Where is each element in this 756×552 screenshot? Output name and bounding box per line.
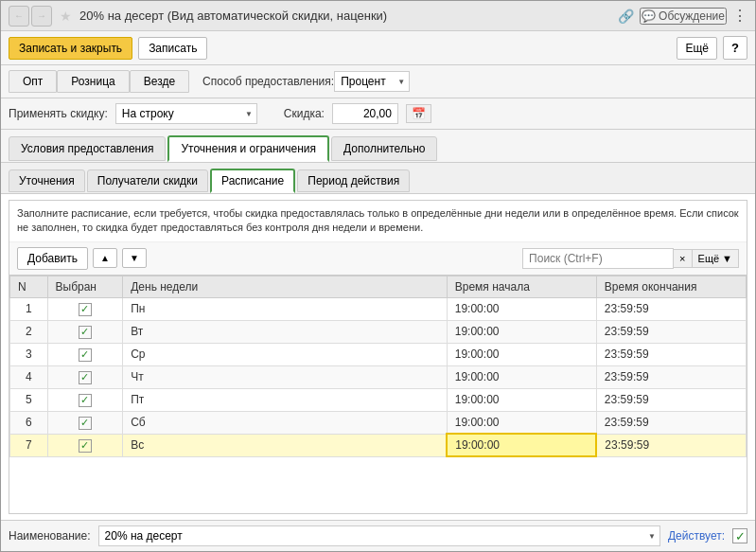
calendar-icon[interactable]: 📅: [406, 104, 431, 123]
search-box: × Ещё ▼: [522, 248, 739, 269]
table-row[interactable]: 5 ✓ Пт 19:00:00 23:59:59: [10, 388, 747, 411]
cell-n: 2: [10, 320, 48, 343]
up-button[interactable]: ▲: [93, 248, 117, 268]
row-checkbox[interactable]: ✓: [79, 348, 92, 362]
schedule-table: N Выбран День недели Время начала Время …: [9, 276, 747, 458]
schedule-content: Заполните расписание, если требуется, чт…: [9, 200, 747, 514]
skidka-input[interactable]: [332, 103, 398, 124]
sub-tabs-row: Уточнения Получатели скидки Расписание П…: [1, 163, 755, 194]
discount-row: Применять скидку: На строку Скидка: 📅: [1, 98, 755, 130]
add-button[interactable]: Добавить: [17, 247, 88, 270]
schedule-toolbar: Добавить ▲ ▼ × Ещё ▼: [9, 242, 747, 276]
row-checkbox[interactable]: ✓: [79, 417, 92, 430]
bottom-bar: Наименование: Действует: ✓: [1, 520, 755, 551]
apply-select[interactable]: На строку: [115, 103, 257, 124]
sub-tab-refinements[interactable]: Уточнения: [9, 169, 85, 192]
skidka-label: Скидка:: [284, 107, 325, 120]
sub-tab-recipients[interactable]: Получатели скидки: [87, 169, 208, 192]
cell-start[interactable]: 19:00:00: [447, 434, 596, 456]
cell-checked[interactable]: ✓: [47, 343, 123, 365]
cell-start[interactable]: 19:00:00: [447, 365, 596, 388]
row-checkbox[interactable]: ✓: [79, 394, 92, 407]
way-select[interactable]: Процент: [334, 71, 410, 92]
cell-n: 6: [10, 411, 48, 434]
cell-start[interactable]: 19:00:00: [447, 343, 596, 365]
cell-checked[interactable]: ✓: [47, 388, 123, 411]
row-checkbox[interactable]: ✓: [79, 303, 92, 316]
search-clear-button[interactable]: ×: [674, 249, 692, 268]
cell-end[interactable]: 23:59:59: [596, 320, 746, 343]
cell-n: 5: [10, 388, 48, 411]
sub-tab-period[interactable]: Период действия: [297, 169, 410, 192]
more-button[interactable]: Ещё: [677, 37, 717, 60]
cell-end[interactable]: 23:59:59: [596, 411, 746, 434]
cell-n: 3: [10, 343, 48, 365]
info-text: Заполните расписание, если требуется, чт…: [9, 201, 747, 242]
main-tabs-row: Условия предоставления Уточнения и огран…: [1, 130, 755, 163]
col-header-n: N: [10, 276, 48, 297]
cell-end[interactable]: 23:59:59: [596, 365, 746, 388]
cell-end[interactable]: 23:59:59: [596, 434, 746, 456]
col-header-end: Время окончания: [596, 276, 746, 297]
cell-checked[interactable]: ✓: [47, 411, 123, 434]
col-header-start: Время начала: [447, 276, 596, 297]
save-close-button[interactable]: Записать и закрыть: [9, 37, 132, 60]
link-icon[interactable]: 🔗: [618, 9, 634, 24]
tab-refinements[interactable]: Уточнения и ограничения: [167, 135, 329, 162]
sub-tab-schedule[interactable]: Расписание: [210, 169, 295, 193]
cell-day: Ср: [123, 343, 448, 365]
naim-label: Наименование:: [9, 529, 91, 543]
way-label: Способ предоставления:: [202, 75, 334, 88]
toolbar: Записать и закрыть Записать Ещё ?: [1, 31, 755, 65]
cell-day: Чт: [123, 365, 448, 388]
main-window: ← → ★ 20% на десерт (Вид автоматической …: [0, 0, 756, 552]
row-checkbox[interactable]: ✓: [79, 371, 92, 384]
title-actions: 🔗 💬 Обсуждение ⋮: [618, 7, 747, 25]
tab-opt[interactable]: Опт: [9, 70, 57, 93]
cell-checked[interactable]: ✓: [47, 320, 123, 343]
cell-start[interactable]: 19:00:00: [447, 388, 596, 411]
forward-button[interactable]: →: [31, 6, 52, 27]
cell-start[interactable]: 19:00:00: [447, 411, 596, 434]
table-container: N Выбран День недели Время начала Время …: [9, 276, 747, 513]
cell-day: Вс: [123, 434, 448, 456]
cell-checked[interactable]: ✓: [47, 365, 123, 388]
search-more-button[interactable]: Ещё ▼: [693, 249, 739, 268]
save-button[interactable]: Записать: [138, 37, 207, 60]
nav-buttons: ← →: [9, 6, 52, 27]
cell-end[interactable]: 23:59:59: [596, 388, 746, 411]
apply-select-wrapper: На строку: [115, 103, 257, 124]
cell-checked[interactable]: ✓: [47, 297, 123, 320]
table-row[interactable]: 7 ✓ Вс 19:00:00 23:59:59: [10, 434, 747, 456]
more-dots-icon[interactable]: ⋮: [732, 7, 747, 25]
cell-day: Пн: [123, 297, 448, 320]
table-row[interactable]: 4 ✓ Чт 19:00:00 23:59:59: [10, 365, 747, 388]
down-button[interactable]: ▼: [122, 248, 147, 268]
naim-input-wrapper: [98, 525, 660, 546]
naim-input[interactable]: [98, 525, 660, 546]
discussion-button[interactable]: 💬 Обсуждение: [640, 8, 727, 25]
row-checkbox[interactable]: ✓: [79, 439, 92, 453]
search-input[interactable]: [522, 248, 674, 269]
type-tabs-row: Опт Розница Везде Способ предоставления:…: [1, 65, 755, 98]
cell-checked[interactable]: ✓: [47, 434, 123, 456]
tab-roznica[interactable]: Розница: [57, 70, 129, 93]
cell-start[interactable]: 19:00:00: [447, 320, 596, 343]
row-checkbox[interactable]: ✓: [79, 326, 92, 339]
table-row[interactable]: 2 ✓ Вт 19:00:00 23:59:59: [10, 320, 747, 343]
cell-n: 4: [10, 365, 48, 388]
back-button[interactable]: ←: [9, 6, 29, 27]
tab-vezde[interactable]: Везде: [130, 70, 189, 93]
content-area: Уточнения Получатели скидки Расписание П…: [1, 163, 755, 520]
tab-conditions[interactable]: Условия предоставления: [9, 136, 166, 161]
deystvuet-checkbox[interactable]: ✓: [732, 528, 747, 543]
table-row[interactable]: 6 ✓ Сб 19:00:00 23:59:59: [10, 411, 747, 434]
cell-start[interactable]: 19:00:00: [447, 297, 596, 320]
star-icon[interactable]: ★: [60, 9, 72, 24]
tab-additional[interactable]: Дополнительно: [331, 136, 437, 161]
cell-end[interactable]: 23:59:59: [596, 297, 746, 320]
table-row[interactable]: 1 ✓ Пн 19:00:00 23:59:59: [10, 297, 747, 320]
cell-end[interactable]: 23:59:59: [596, 343, 746, 365]
table-row[interactable]: 3 ✓ Ср 19:00:00 23:59:59: [10, 343, 747, 365]
help-button[interactable]: ?: [723, 36, 747, 60]
